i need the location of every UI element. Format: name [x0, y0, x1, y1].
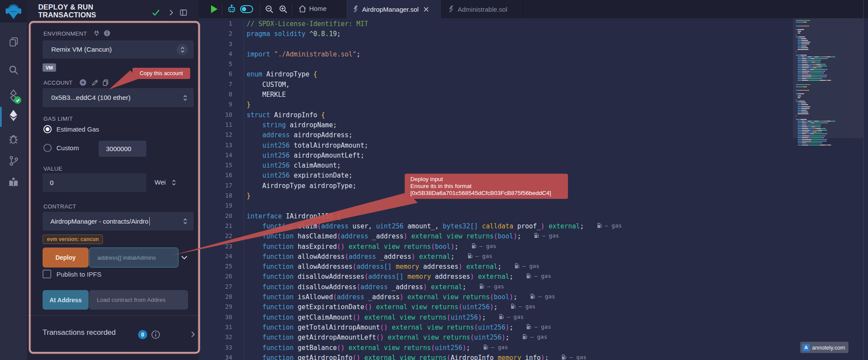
zoom-out-icon[interactable] — [264, 4, 274, 14]
at-address-input[interactable]: Load contract from Addres — [89, 290, 188, 310]
copy-account-annotation: Copy this account — [132, 68, 190, 79]
ai-copilot-robot-icon[interactable] — [227, 4, 237, 14]
line-number[interactable]: 6 — [199, 70, 244, 80]
line-number[interactable]: 28 — [199, 293, 244, 303]
line-number[interactable]: 25 — [199, 263, 244, 273]
icon-rail — [0, 0, 27, 360]
tab-airdropmanager[interactable]: AirdropManager.sol — [346, 0, 442, 18]
environment-select[interactable]: Remix VM (Cancun) — [43, 40, 194, 59]
copilot-toggle[interactable] — [240, 5, 253, 13]
deploy-run-panel: DEPLOY & RUN TRANSACTIONS ENVIRONMENT — [27, 0, 199, 360]
line-number[interactable]: 2 — [199, 30, 244, 40]
line-number[interactable]: 22 — [199, 232, 244, 242]
environment-stepper-icon[interactable] — [177, 44, 188, 55]
line-number[interactable]: 7 — [199, 81, 244, 91]
search-icon[interactable] — [7, 64, 20, 76]
deploy-expand-chevron-icon[interactable] — [180, 253, 189, 262]
line-number[interactable]: 26 — [199, 273, 244, 283]
line-number[interactable]: 24 — [199, 253, 244, 263]
environment-label: ENVIRONMENT — [43, 30, 87, 37]
run-script-button[interactable] — [210, 5, 218, 13]
code-line: function getTotalAirdropAmount() externa… — [247, 324, 868, 334]
estimated-gas-radio[interactable] — [43, 125, 52, 133]
line-number[interactable]: 16 — [199, 172, 244, 182]
deploy-button[interactable]: Deploy — [43, 248, 89, 268]
remix-logo-icon — [5, 3, 22, 20]
account-label: ACCOUNT — [43, 79, 73, 86]
gas-icon — [515, 263, 519, 269]
line-number[interactable]: 29 — [199, 303, 244, 313]
remix-logo[interactable] — [0, 0, 27, 23]
line-number[interactable]: 15 — [199, 162, 244, 172]
editor-tab-bar: Home AirdropManager.sol Administrable.so… — [199, 0, 868, 18]
value-input[interactable]: 0 — [43, 173, 146, 192]
custom-gas-radio[interactable] — [43, 144, 52, 152]
code-line: function claim(address user, uint256 amo… — [247, 222, 868, 232]
copy-account-icon[interactable] — [102, 79, 109, 86]
contract-select[interactable]: AirdropManager - contracts/Airdro — [43, 212, 194, 231]
line-number[interactable]: 10 — [199, 111, 244, 121]
environment-info-icon[interactable] — [103, 30, 111, 37]
learneth-icon[interactable] — [7, 176, 20, 188]
plug-icon[interactable] — [93, 30, 100, 37]
gas-estimate: – gas — [597, 222, 622, 229]
pin-panel-icon[interactable] — [179, 8, 188, 17]
gas-icon — [499, 314, 504, 320]
minimap[interactable] — [796, 20, 861, 149]
tab-administrable[interactable]: Administrable.sol — [442, 0, 523, 18]
line-number[interactable]: 18 — [199, 192, 244, 202]
line-number[interactable]: 11 — [199, 121, 244, 131]
deploy-params-input[interactable]: address[] initialAdmins — [89, 248, 178, 268]
transactions-info-icon[interactable] — [151, 330, 160, 339]
line-number[interactable]: 32 — [199, 334, 244, 343]
value-unit-select[interactable]: Wei — [155, 178, 166, 186]
panel-chevron-right-icon[interactable] — [167, 8, 176, 17]
publish-ipfs-checkbox[interactable] — [43, 270, 51, 278]
line-number[interactable]: 27 — [199, 283, 244, 293]
gas-icon — [526, 273, 531, 279]
gas-icon — [479, 284, 484, 289]
scrollbar-track[interactable] — [863, 0, 864, 360]
deploy-run-icon[interactable] — [7, 109, 20, 122]
edit-account-icon[interactable] — [91, 79, 99, 86]
line-number[interactable]: 31 — [199, 324, 244, 334]
line-number[interactable]: 30 — [199, 314, 244, 324]
line-number[interactable]: 9 — [199, 101, 244, 111]
editor-gutter[interactable]: 1234567891011121314151617181920212223242… — [199, 20, 244, 360]
add-account-icon[interactable] — [79, 79, 87, 86]
line-number[interactable]: 21 — [199, 222, 244, 232]
gas-estimate: – gas — [522, 334, 547, 340]
at-address-button[interactable]: At Address — [43, 290, 89, 310]
file-explorer-icon[interactable] — [7, 36, 20, 48]
custom-gas-input[interactable]: 3000000 — [99, 141, 146, 157]
line-number[interactable]: 8 — [199, 91, 244, 101]
line-number[interactable]: 3 — [199, 40, 244, 50]
value-unit-stepper-icon[interactable] — [172, 179, 176, 186]
line-number[interactable]: 13 — [199, 142, 244, 152]
gas-estimate: – gas — [561, 354, 586, 360]
line-number[interactable]: 12 — [199, 131, 244, 141]
line-number[interactable]: 23 — [199, 243, 244, 253]
tab-home[interactable]: Home — [309, 5, 327, 12]
home-icon[interactable] — [298, 4, 307, 13]
line-number[interactable]: 4 — [199, 50, 244, 60]
gas-icon — [468, 253, 472, 259]
line-number[interactable]: 17 — [199, 182, 244, 192]
code-line: function allowAddresses(address[] memory… — [247, 263, 868, 273]
transactions-expand-chevron-icon[interactable] — [188, 330, 197, 339]
line-number[interactable]: 20 — [199, 212, 244, 222]
debugger-icon[interactable] — [7, 133, 20, 145]
line-number[interactable]: 19 — [199, 202, 244, 212]
line-number[interactable]: 14 — [199, 152, 244, 162]
line-number[interactable]: 1 — [199, 20, 244, 30]
solidity-icon — [352, 6, 358, 13]
account-select[interactable]: 0x5B3...eddC4 (100 ether) — [43, 88, 194, 107]
panel-divider — [27, 315, 199, 316]
gas-icon — [561, 354, 566, 360]
line-number[interactable]: 33 — [199, 344, 244, 354]
zoom-in-icon[interactable] — [278, 4, 288, 14]
line-number[interactable]: 5 — [199, 60, 244, 70]
line-number[interactable]: 34 — [199, 354, 244, 360]
close-tab-icon[interactable] — [423, 7, 429, 12]
git-icon[interactable] — [7, 155, 20, 167]
